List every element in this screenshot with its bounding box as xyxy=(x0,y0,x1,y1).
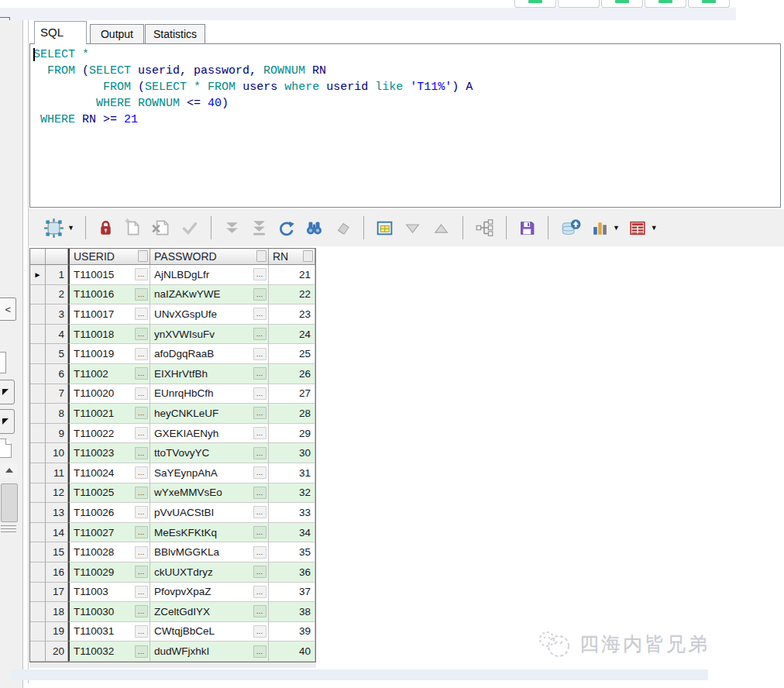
data-cell[interactable]: T110023… xyxy=(68,443,150,463)
data-cell[interactable]: 22 xyxy=(269,285,315,305)
cell-ellipsis-button[interactable]: … xyxy=(135,566,148,578)
table-row[interactable]: 16T110029…ckUUXTdryz…36 xyxy=(30,562,315,583)
toolbar-erase-button[interactable] xyxy=(330,215,355,240)
cell-ellipsis-button[interactable]: … xyxy=(135,348,148,360)
data-cell[interactable]: 33 xyxy=(269,503,315,523)
data-cell[interactable]: T110024… xyxy=(68,463,150,483)
column-sort-button[interactable] xyxy=(256,250,266,262)
cell-ellipsis-button[interactable]: … xyxy=(253,308,266,320)
row-number-cell[interactable]: 19 xyxy=(46,622,68,642)
toolbar-nav-down-button[interactable] xyxy=(400,215,425,240)
toolbar-report-button[interactable]: ▼ xyxy=(625,215,660,240)
cell-ellipsis-button[interactable]: … xyxy=(135,288,148,301)
cell-ellipsis-button[interactable]: … xyxy=(253,427,266,439)
table-row[interactable]: 5T110019…afoDgqRaaB…25 xyxy=(30,344,315,364)
row-number-cell[interactable]: 5 xyxy=(46,344,68,364)
cell-ellipsis-button[interactable]: … xyxy=(135,605,148,617)
table-row[interactable]: 6T11002…EIXHrVtfBh…26 xyxy=(30,364,315,384)
left-panel-widget[interactable] xyxy=(0,352,6,373)
data-cell[interactable]: 35 xyxy=(269,542,315,562)
cell-ellipsis-button[interactable]: … xyxy=(253,487,266,499)
row-number-cell[interactable]: 3 xyxy=(46,304,68,325)
data-cell[interactable]: 32 xyxy=(269,483,315,504)
toolbar-form-view-button[interactable] xyxy=(373,215,397,240)
row-number-cell[interactable]: 11 xyxy=(46,463,68,483)
row-number-cell[interactable]: 12 xyxy=(46,483,68,504)
data-cell[interactable]: T110018… xyxy=(68,325,150,345)
column-header-password[interactable]: PASSWORD xyxy=(150,249,269,265)
cell-ellipsis-button[interactable]: … xyxy=(253,546,266,559)
cropped-toolbar-button[interactable] xyxy=(688,0,730,8)
cell-ellipsis-button[interactable]: … xyxy=(253,447,266,459)
toolbar-query-tree-button[interactable] xyxy=(472,215,497,240)
tab-output[interactable]: Output xyxy=(90,24,144,44)
data-cell[interactable]: EIXHrVtfBh… xyxy=(150,364,269,384)
data-cell[interactable]: T110028… xyxy=(68,542,150,562)
table-row[interactable]: ►1T110015…AjNLBDgLfr…21 xyxy=(30,265,315,285)
data-cell[interactable]: T110022… xyxy=(68,424,150,444)
column-sort-button[interactable] xyxy=(303,250,313,262)
cell-ellipsis-button[interactable]: … xyxy=(253,328,266,340)
data-cell[interactable]: T11002… xyxy=(68,364,150,384)
data-cell[interactable]: naIZAKwYWE… xyxy=(150,285,269,305)
data-cell[interactable]: 31 xyxy=(269,463,315,483)
cell-ellipsis-button[interactable]: … xyxy=(253,605,266,617)
panel-collapse-button[interactable]: < xyxy=(0,298,16,321)
data-cell[interactable]: 39 xyxy=(269,622,315,642)
toolbar-chart-button[interactable]: ▼ xyxy=(588,215,622,240)
table-row[interactable]: 15T110028…BBlvMGGKLa…35 xyxy=(30,542,315,562)
data-cell[interactable]: 25 xyxy=(269,344,315,364)
cell-ellipsis-button[interactable]: … xyxy=(253,586,266,598)
row-number-cell[interactable]: 2 xyxy=(46,285,68,305)
tab-sql[interactable]: SQL xyxy=(34,21,87,44)
horizontal-scrollbar[interactable] xyxy=(11,669,708,680)
cell-ellipsis-button[interactable]: … xyxy=(253,407,266,419)
data-cell[interactable]: 30 xyxy=(269,443,315,463)
cell-ellipsis-button[interactable]: … xyxy=(135,427,148,439)
data-cell[interactable]: 27 xyxy=(269,384,315,404)
cell-ellipsis-button[interactable]: … xyxy=(135,308,148,320)
cell-ellipsis-button[interactable]: … xyxy=(253,348,266,360)
toolbar-post-edit-button[interactable] xyxy=(177,215,202,240)
dropdown-button[interactable] xyxy=(0,409,15,434)
cell-ellipsis-button[interactable]: … xyxy=(135,586,148,598)
data-cell[interactable]: 21 xyxy=(269,265,315,285)
toolbar-find-button[interactable] xyxy=(301,215,327,240)
row-number-cell[interactable]: 18 xyxy=(46,602,68,622)
cropped-toolbar-button[interactable] xyxy=(558,0,600,8)
toolbar-save-button[interactable] xyxy=(515,215,539,240)
data-cell[interactable]: afoDgqRaaB… xyxy=(150,344,269,364)
cropped-toolbar-button[interactable] xyxy=(645,0,686,8)
data-cell[interactable]: pVvUACStBI… xyxy=(150,503,269,523)
data-cell[interactable]: 28 xyxy=(269,404,315,424)
row-number-cell[interactable]: 14 xyxy=(46,523,68,543)
cell-ellipsis-button[interactable]: … xyxy=(253,288,266,301)
data-cell[interactable]: T110021… xyxy=(68,404,150,424)
cell-ellipsis-button[interactable]: … xyxy=(253,526,266,538)
row-number-cell[interactable]: 10 xyxy=(46,443,68,463)
toolbar-fetch-next-button[interactable] xyxy=(220,215,244,240)
data-cell[interactable]: 26 xyxy=(269,364,315,384)
cell-ellipsis-button[interactable]: … xyxy=(135,407,148,419)
data-cell[interactable]: 29 xyxy=(269,424,315,444)
data-cell[interactable]: T110019… xyxy=(68,344,150,364)
table-row[interactable]: 3T110017…UNvXGspUfe…23 xyxy=(30,304,315,325)
row-number-cell[interactable]: 13 xyxy=(46,503,68,523)
cell-ellipsis-button[interactable]: … xyxy=(253,387,266,400)
data-cell[interactable]: heyCNKLeUF… xyxy=(150,404,269,424)
data-cell[interactable]: wYxeMMVsEo… xyxy=(150,483,269,504)
cell-ellipsis-button[interactable]: … xyxy=(253,566,266,578)
cell-ellipsis-button[interactable]: … xyxy=(135,526,148,538)
table-row[interactable]: 7T110020…EUnrqHbCfh…27 xyxy=(30,384,315,404)
toolbar-insert-record-button[interactable] xyxy=(120,215,145,240)
toolbar-refresh-button[interactable] xyxy=(274,215,298,240)
cell-ellipsis-button[interactable]: … xyxy=(135,625,148,638)
row-number-cell[interactable]: 8 xyxy=(46,404,68,424)
dropdown-button[interactable] xyxy=(0,380,15,404)
table-row[interactable]: 8T110021…heyCNKLeUF…28 xyxy=(30,404,315,424)
cell-ellipsis-button[interactable]: … xyxy=(135,546,148,559)
data-cell[interactable]: CWtqjBbCeL… xyxy=(150,622,269,642)
toolbar-lock-button[interactable] xyxy=(95,215,117,240)
table-row[interactable]: 14T110027…MeEsKFKtKq…34 xyxy=(30,523,315,543)
table-row[interactable]: 19T110031…CWtqjBbCeL…39 xyxy=(30,622,315,642)
